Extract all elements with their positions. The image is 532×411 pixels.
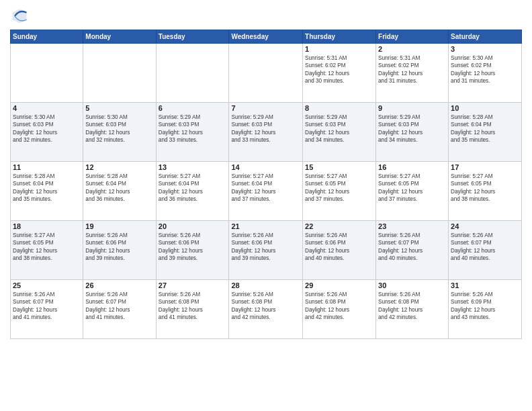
calendar-cell: 1Sunrise: 5:31 AM Sunset: 6:02 PM Daylig… (303, 44, 376, 103)
day-number: 27 (159, 281, 227, 289)
day-info: Sunrise: 5:27 AM Sunset: 6:05 PM Dayligh… (451, 173, 519, 203)
day-info: Sunrise: 5:31 AM Sunset: 6:02 PM Dayligh… (305, 54, 373, 85)
day-info: Sunrise: 5:29 AM Sunset: 6:03 PM Dayligh… (305, 113, 373, 144)
day-number: 25 (13, 281, 81, 289)
day-info: Sunrise: 5:27 AM Sunset: 6:04 PM Dayligh… (231, 173, 300, 203)
calendar-cell (156, 44, 229, 103)
day-info: Sunrise: 5:26 AM Sunset: 6:08 PM Dayligh… (378, 291, 446, 322)
day-number: 12 (85, 163, 153, 171)
calendar-week-row: 4Sunrise: 5:30 AM Sunset: 6:03 PM Daylig… (11, 103, 522, 162)
calendar-cell: 27Sunrise: 5:26 AM Sunset: 6:08 PM Dayli… (156, 280, 229, 339)
day-number: 18 (13, 222, 81, 230)
calendar-cell: 18Sunrise: 5:27 AM Sunset: 6:05 PM Dayli… (11, 221, 83, 280)
day-info: Sunrise: 5:26 AM Sunset: 6:07 PM Dayligh… (13, 291, 81, 322)
calendar-cell: 9Sunrise: 5:29 AM Sunset: 6:03 PM Daylig… (376, 103, 449, 162)
day-info: Sunrise: 5:26 AM Sunset: 6:08 PM Dayligh… (231, 291, 300, 322)
day-info: Sunrise: 5:26 AM Sunset: 6:07 PM Dayligh… (451, 232, 519, 263)
day-info: Sunrise: 5:27 AM Sunset: 6:05 PM Dayligh… (378, 173, 446, 203)
day-number: 14 (231, 163, 300, 171)
calendar-cell: 25Sunrise: 5:26 AM Sunset: 6:07 PM Dayli… (11, 280, 83, 339)
day-number: 7 (231, 104, 300, 112)
calendar-cell: 15Sunrise: 5:27 AM Sunset: 6:05 PM Dayli… (303, 162, 376, 221)
day-info: Sunrise: 5:28 AM Sunset: 6:04 PM Dayligh… (85, 173, 153, 203)
day-number: 3 (451, 45, 519, 53)
day-info: Sunrise: 5:30 AM Sunset: 6:03 PM Dayligh… (13, 113, 81, 144)
weekday-header: Thursday (303, 30, 376, 44)
calendar-cell: 10Sunrise: 5:28 AM Sunset: 6:04 PM Dayli… (449, 103, 522, 162)
day-number: 31 (451, 281, 519, 289)
calendar-cell: 20Sunrise: 5:26 AM Sunset: 6:06 PM Dayli… (156, 221, 229, 280)
day-info: Sunrise: 5:27 AM Sunset: 6:05 PM Dayligh… (305, 173, 373, 203)
calendar-week-row: 25Sunrise: 5:26 AM Sunset: 6:07 PM Dayli… (11, 280, 522, 339)
day-number: 10 (451, 104, 519, 112)
weekday-header: Saturday (449, 30, 522, 44)
day-number: 29 (305, 281, 373, 289)
calendar-week-row: 18Sunrise: 5:27 AM Sunset: 6:05 PM Dayli… (11, 221, 522, 280)
day-info: Sunrise: 5:28 AM Sunset: 6:04 PM Dayligh… (13, 173, 81, 203)
calendar-cell: 29Sunrise: 5:26 AM Sunset: 6:08 PM Dayli… (303, 280, 376, 339)
weekday-header: Sunday (11, 30, 83, 44)
day-number: 2 (378, 45, 446, 53)
header (10, 7, 522, 26)
weekday-header: Friday (376, 30, 449, 44)
day-number: 9 (378, 104, 446, 112)
day-number: 20 (159, 222, 227, 230)
day-number: 8 (305, 104, 373, 112)
day-info: Sunrise: 5:27 AM Sunset: 6:04 PM Dayligh… (159, 173, 227, 203)
calendar-cell: 23Sunrise: 5:26 AM Sunset: 6:07 PM Dayli… (376, 221, 449, 280)
day-info: Sunrise: 5:26 AM Sunset: 6:08 PM Dayligh… (159, 291, 227, 322)
calendar-cell: 4Sunrise: 5:30 AM Sunset: 6:03 PM Daylig… (11, 103, 83, 162)
day-info: Sunrise: 5:26 AM Sunset: 6:07 PM Dayligh… (378, 232, 446, 263)
weekday-header: Tuesday (156, 30, 229, 44)
day-info: Sunrise: 5:26 AM Sunset: 6:06 PM Dayligh… (305, 232, 373, 263)
calendar-cell: 22Sunrise: 5:26 AM Sunset: 6:06 PM Dayli… (303, 221, 376, 280)
day-info: Sunrise: 5:26 AM Sunset: 6:06 PM Dayligh… (85, 232, 153, 263)
calendar-cell: 16Sunrise: 5:27 AM Sunset: 6:05 PM Dayli… (376, 162, 449, 221)
day-info: Sunrise: 5:29 AM Sunset: 6:03 PM Dayligh… (378, 113, 446, 144)
day-number: 1 (305, 45, 373, 53)
day-number: 13 (159, 163, 227, 171)
calendar-cell: 8Sunrise: 5:29 AM Sunset: 6:03 PM Daylig… (303, 103, 376, 162)
day-info: Sunrise: 5:30 AM Sunset: 6:03 PM Dayligh… (85, 113, 153, 144)
day-info: Sunrise: 5:26 AM Sunset: 6:09 PM Dayligh… (451, 291, 519, 322)
calendar-cell (83, 44, 156, 103)
calendar-week-row: 11Sunrise: 5:28 AM Sunset: 6:04 PM Dayli… (11, 162, 522, 221)
day-info: Sunrise: 5:26 AM Sunset: 6:06 PM Dayligh… (231, 232, 300, 263)
calendar-cell: 3Sunrise: 5:30 AM Sunset: 6:02 PM Daylig… (449, 44, 522, 103)
day-number: 15 (305, 163, 373, 171)
calendar-cell: 19Sunrise: 5:26 AM Sunset: 6:06 PM Dayli… (83, 221, 156, 280)
calendar-week-row: 1Sunrise: 5:31 AM Sunset: 6:02 PM Daylig… (11, 44, 522, 103)
day-number: 6 (159, 104, 227, 112)
calendar-cell: 7Sunrise: 5:29 AM Sunset: 6:03 PM Daylig… (229, 103, 303, 162)
day-number: 5 (85, 104, 153, 112)
day-info: Sunrise: 5:26 AM Sunset: 6:07 PM Dayligh… (85, 291, 153, 322)
day-number: 19 (85, 222, 153, 230)
calendar-cell: 6Sunrise: 5:29 AM Sunset: 6:03 PM Daylig… (156, 103, 229, 162)
weekday-header: Wednesday (229, 30, 303, 44)
calendar-table: SundayMondayTuesdayWednesdayThursdayFrid… (10, 30, 522, 339)
calendar-cell (11, 44, 83, 103)
calendar-cell: 31Sunrise: 5:26 AM Sunset: 6:09 PM Dayli… (449, 280, 522, 339)
calendar-cell: 5Sunrise: 5:30 AM Sunset: 6:03 PM Daylig… (83, 103, 156, 162)
calendar-body: 1Sunrise: 5:31 AM Sunset: 6:02 PM Daylig… (11, 44, 522, 339)
day-info: Sunrise: 5:31 AM Sunset: 6:02 PM Dayligh… (378, 54, 446, 85)
day-number: 17 (451, 163, 519, 171)
page: SundayMondayTuesdayWednesdayThursdayFrid… (0, 0, 532, 411)
day-number: 11 (13, 163, 81, 171)
day-info: Sunrise: 5:29 AM Sunset: 6:03 PM Dayligh… (159, 113, 227, 144)
logo-icon (10, 7, 29, 26)
calendar-header: SundayMondayTuesdayWednesdayThursdayFrid… (11, 30, 522, 44)
calendar-cell: 21Sunrise: 5:26 AM Sunset: 6:06 PM Dayli… (229, 221, 303, 280)
weekday-row: SundayMondayTuesdayWednesdayThursdayFrid… (11, 30, 522, 44)
calendar-cell: 17Sunrise: 5:27 AM Sunset: 6:05 PM Dayli… (449, 162, 522, 221)
day-info: Sunrise: 5:26 AM Sunset: 6:06 PM Dayligh… (159, 232, 227, 263)
weekday-header: Monday (83, 30, 156, 44)
day-number: 22 (305, 222, 373, 230)
logo (10, 7, 32, 26)
calendar-cell: 11Sunrise: 5:28 AM Sunset: 6:04 PM Dayli… (11, 162, 83, 221)
calendar-cell: 13Sunrise: 5:27 AM Sunset: 6:04 PM Dayli… (156, 162, 229, 221)
day-number: 28 (231, 281, 300, 289)
calendar-cell (229, 44, 303, 103)
calendar-cell: 30Sunrise: 5:26 AM Sunset: 6:08 PM Dayli… (376, 280, 449, 339)
calendar-cell: 12Sunrise: 5:28 AM Sunset: 6:04 PM Dayli… (83, 162, 156, 221)
